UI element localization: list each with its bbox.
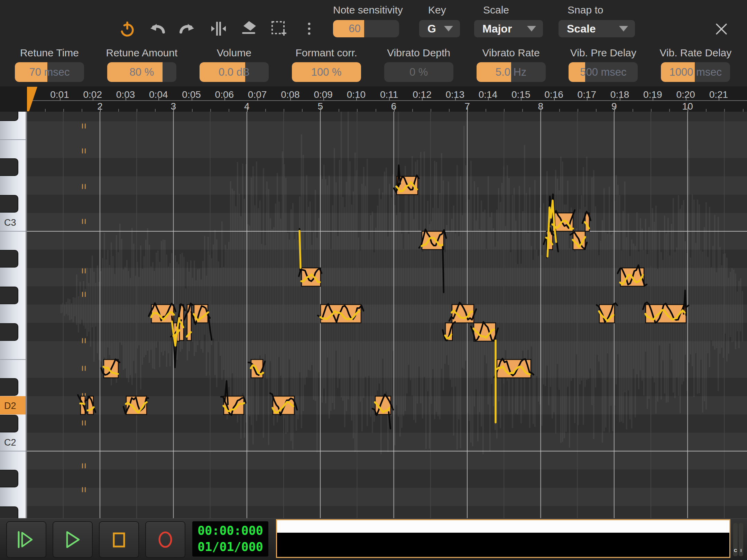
mini-control-left-label: C (734, 548, 737, 553)
ruler-bar-tick (724, 109, 725, 112)
record-button[interactable] (145, 521, 185, 558)
scale-note-mark (82, 123, 83, 129)
ruler-bar-tick (504, 109, 505, 112)
ruler-time-tick (686, 97, 686, 100)
ruler-bar-tick (559, 109, 560, 112)
pitch-trace-black (443, 247, 444, 292)
overview-waveform-area (277, 520, 729, 533)
param-label: Formant corr. (278, 47, 375, 58)
ruler-bar-tick (431, 109, 431, 112)
ruler-bar-tick (596, 109, 597, 112)
octave-line (27, 231, 747, 232)
black-key[interactable] (0, 159, 18, 176)
time-display-time: 00:00:000 (197, 523, 263, 539)
note-sensitivity-value: 60 (333, 20, 364, 37)
undo-button[interactable] (148, 19, 167, 38)
ruler-time-tick (653, 97, 653, 100)
playhead-marker[interactable] (27, 87, 37, 111)
param-slider-vib-rate-delay[interactable]: 1000 msec (661, 62, 730, 82)
snap-to-dropdown[interactable]: Scale (559, 20, 635, 37)
toolbar: Note sensitivity 60 Key G Scale Major Sn… (0, 0, 747, 87)
marquee-select-button[interactable] (269, 19, 289, 38)
ruler-bar-tick (376, 109, 376, 112)
grid-halfbar-line (430, 112, 431, 518)
param-value: 5.0 Hz (477, 62, 546, 82)
pitch-grid[interactable]: D2C3C2 (0, 112, 747, 518)
scale-note-mark (85, 420, 86, 426)
grid-row (27, 451, 747, 469)
black-key[interactable] (0, 507, 18, 518)
ruler-time-tick (587, 97, 588, 100)
param-value: 80 % (107, 62, 176, 82)
play-button[interactable] (53, 521, 93, 558)
grid-row (27, 140, 747, 158)
param-label: Vibrato Depth (370, 47, 467, 58)
chevron-down-icon (619, 26, 628, 31)
grid-row (27, 469, 747, 488)
grid-row (27, 231, 747, 250)
ruler-time-tick (455, 97, 456, 100)
white-key-separator (0, 451, 26, 451)
scale-dropdown[interactable]: Major (474, 20, 543, 37)
black-key[interactable] (0, 379, 18, 395)
black-key[interactable] (0, 324, 18, 340)
key-dropdown[interactable]: G (419, 20, 460, 37)
white-key-separator (0, 231, 26, 232)
snap-to-value: Scale (567, 22, 619, 35)
ruler-bar-tick (45, 109, 46, 112)
param-slider-vib-pre-delay[interactable]: 500 msec (569, 62, 638, 82)
piano-keyboard[interactable]: D2C3C2 (0, 112, 27, 518)
param-slider-vibrato-depth[interactable]: 0 % (384, 62, 453, 82)
record-icon (154, 529, 176, 551)
note-sensitivity-slider[interactable]: 60 (333, 20, 399, 37)
param-value: 500 msec (569, 62, 638, 82)
play-from-start-button[interactable] (6, 521, 46, 558)
black-key[interactable] (0, 195, 18, 212)
redo-button[interactable] (177, 19, 197, 38)
ruler-time-tick (356, 97, 357, 100)
grid-row (27, 213, 747, 231)
ruler-time-tick (521, 97, 522, 100)
undo-icon (148, 19, 167, 38)
eraser-button[interactable] (239, 19, 259, 38)
black-key[interactable] (0, 112, 18, 121)
snap-to-label: Snap to (568, 4, 603, 16)
grid-row (27, 121, 747, 140)
param-value: 0.0 dB (200, 62, 269, 82)
note-sensitivity-label: Note sensitivity (333, 4, 399, 16)
ruler-bar-tick (394, 107, 395, 112)
param-slider-vibrato-rate[interactable]: 5.0 Hz (477, 62, 546, 82)
param-slider-formant-corr-[interactable]: 100 % (292, 62, 361, 82)
eraser-icon (239, 19, 259, 38)
black-key[interactable] (0, 250, 18, 267)
chevron-down-icon (527, 26, 536, 31)
black-key[interactable] (0, 287, 18, 304)
param-slider-retune-time[interactable]: 70 msec (15, 62, 84, 82)
more-button[interactable] (299, 19, 319, 38)
scale-label: Scale (483, 4, 509, 16)
black-key[interactable] (0, 415, 18, 432)
ruler-bar-tick (210, 109, 211, 112)
param-slider-volume[interactable]: 0.0 dB (200, 62, 269, 82)
ruler-time-tick (422, 97, 423, 100)
ruler-time-tick (488, 97, 489, 100)
ruler-bar-tick (118, 109, 119, 112)
ruler-bar-tick (137, 109, 137, 112)
param-label: Vibrato Rate (463, 47, 560, 58)
song-overview-scrubber[interactable] (276, 519, 730, 558)
black-key[interactable] (0, 470, 18, 487)
close-button[interactable] (712, 19, 731, 39)
timeline-ruler[interactable]: 0:010:020:030:040:050:060:070:080:090:10… (0, 86, 747, 112)
param-slider-retune-amount[interactable]: 80 % (107, 62, 176, 82)
grid-halfbar-line (504, 112, 504, 518)
octave-line (27, 451, 747, 451)
ruler-bar-tick (706, 109, 707, 112)
scale-note-mark (85, 366, 86, 371)
power-button[interactable] (118, 19, 137, 38)
stop-icon (108, 529, 130, 551)
grid-halfbar-line (136, 112, 137, 518)
power-icon (118, 19, 137, 38)
scale-note-mark (85, 463, 86, 468)
stop-button[interactable] (99, 521, 139, 558)
split-note-button[interactable] (209, 19, 228, 38)
